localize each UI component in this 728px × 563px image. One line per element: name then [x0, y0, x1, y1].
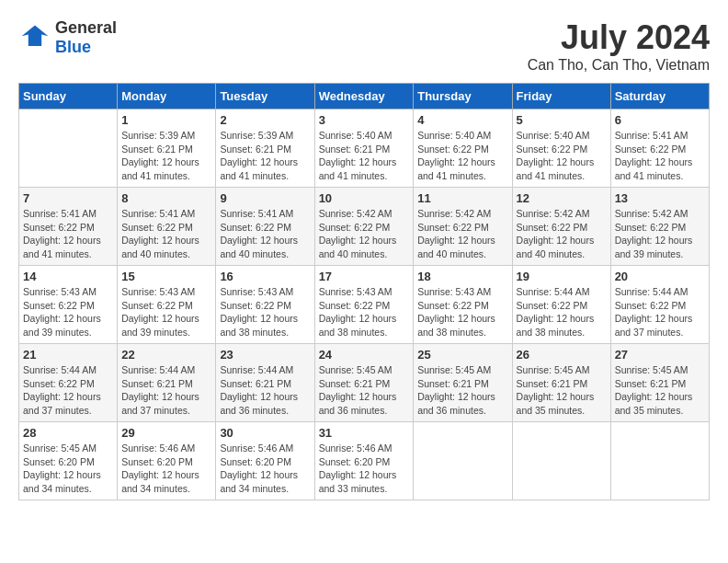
day-info: Sunrise: 5:45 AM Sunset: 6:21 PM Dayligh… — [319, 363, 410, 418]
day-number: 14 — [23, 270, 113, 283]
title-block: July 2024 Can Tho, Can Tho, Vietnam — [528, 18, 710, 74]
day-number: 20 — [615, 270, 705, 283]
calendar-cell: 14Sunrise: 5:43 AM Sunset: 6:22 PM Dayli… — [19, 266, 118, 344]
day-info: Sunrise: 5:42 AM Sunset: 6:22 PM Dayligh… — [417, 207, 507, 261]
day-number: 7 — [23, 191, 113, 205]
calendar-week-row: 7Sunrise: 5:41 AM Sunset: 6:22 PM Daylig… — [19, 188, 710, 266]
day-info: Sunrise: 5:43 AM Sunset: 6:22 PM Dayligh… — [417, 285, 507, 339]
day-info: Sunrise: 5:45 AM Sunset: 6:20 PM Dayligh… — [23, 442, 113, 496]
svg-marker-0 — [22, 26, 49, 47]
day-header-wednesday: Wednesday — [314, 84, 414, 109]
day-header-saturday: Saturday — [610, 84, 709, 109]
calendar-cell: 18Sunrise: 5:43 AM Sunset: 6:22 PM Dayli… — [414, 266, 512, 344]
calendar-cell: 21Sunrise: 5:44 AM Sunset: 6:22 PM Dayli… — [19, 344, 118, 422]
calendar-cell: 8Sunrise: 5:41 AM Sunset: 6:22 PM Daylig… — [118, 188, 216, 266]
page-header: General Blue July 2024 Can Tho, Can Tho,… — [18, 18, 710, 74]
day-number: 1 — [121, 113, 211, 127]
logo: General Blue — [18, 18, 117, 57]
day-number: 6 — [615, 113, 705, 127]
calendar-week-row: 1Sunrise: 5:39 AM Sunset: 6:21 PM Daylig… — [19, 109, 710, 188]
day-header-thursday: Thursday — [414, 84, 512, 109]
day-header-friday: Friday — [512, 84, 610, 109]
day-info: Sunrise: 5:41 AM Sunset: 6:22 PM Dayligh… — [23, 207, 113, 261]
month-year-title: July 2024 — [528, 18, 710, 57]
day-number: 8 — [121, 191, 211, 205]
calendar-cell: 29Sunrise: 5:46 AM Sunset: 6:20 PM Dayli… — [118, 422, 216, 500]
calendar-cell — [610, 422, 709, 500]
calendar-cell: 19Sunrise: 5:44 AM Sunset: 6:22 PM Dayli… — [512, 266, 610, 344]
day-info: Sunrise: 5:43 AM Sunset: 6:22 PM Dayligh… — [23, 285, 113, 339]
day-number: 28 — [23, 426, 113, 440]
calendar-cell: 30Sunrise: 5:46 AM Sunset: 6:20 PM Dayli… — [216, 422, 314, 500]
calendar-header-row: SundayMondayTuesdayWednesdayThursdayFrid… — [19, 84, 710, 109]
calendar-cell: 6Sunrise: 5:41 AM Sunset: 6:22 PM Daylig… — [610, 109, 709, 188]
day-info: Sunrise: 5:42 AM Sunset: 6:22 PM Dayligh… — [517, 207, 607, 261]
calendar-cell — [414, 422, 512, 500]
day-number: 24 — [319, 348, 410, 362]
day-info: Sunrise: 5:45 AM Sunset: 6:21 PM Dayligh… — [615, 363, 705, 418]
calendar-cell: 2Sunrise: 5:39 AM Sunset: 6:21 PM Daylig… — [216, 109, 314, 188]
day-info: Sunrise: 5:44 AM Sunset: 6:21 PM Dayligh… — [121, 363, 211, 418]
day-number: 17 — [319, 270, 410, 283]
day-info: Sunrise: 5:39 AM Sunset: 6:21 PM Dayligh… — [220, 129, 310, 183]
day-number: 10 — [319, 191, 410, 205]
logo-general-text: General — [55, 18, 117, 37]
day-info: Sunrise: 5:43 AM Sunset: 6:22 PM Dayligh… — [121, 285, 211, 339]
day-info: Sunrise: 5:43 AM Sunset: 6:22 PM Dayligh… — [319, 285, 410, 339]
calendar-cell: 4Sunrise: 5:40 AM Sunset: 6:22 PM Daylig… — [414, 109, 512, 188]
day-number: 29 — [121, 426, 211, 440]
day-number: 5 — [517, 113, 607, 127]
calendar-cell: 15Sunrise: 5:43 AM Sunset: 6:22 PM Dayli… — [118, 266, 216, 344]
calendar-cell — [512, 422, 610, 500]
calendar-week-row: 28Sunrise: 5:45 AM Sunset: 6:20 PM Dayli… — [19, 422, 710, 500]
day-number: 26 — [517, 348, 607, 362]
calendar-cell: 1Sunrise: 5:39 AM Sunset: 6:21 PM Daylig… — [118, 109, 216, 188]
day-number: 21 — [23, 348, 113, 362]
calendar-cell: 7Sunrise: 5:41 AM Sunset: 6:22 PM Daylig… — [19, 188, 118, 266]
day-info: Sunrise: 5:44 AM Sunset: 6:22 PM Dayligh… — [517, 285, 607, 339]
calendar-cell: 24Sunrise: 5:45 AM Sunset: 6:21 PM Dayli… — [314, 344, 414, 422]
calendar-week-row: 21Sunrise: 5:44 AM Sunset: 6:22 PM Dayli… — [19, 344, 710, 422]
calendar-cell: 22Sunrise: 5:44 AM Sunset: 6:21 PM Dayli… — [118, 344, 216, 422]
calendar-cell: 5Sunrise: 5:40 AM Sunset: 6:22 PM Daylig… — [512, 109, 610, 188]
day-header-monday: Monday — [118, 84, 216, 109]
day-number: 16 — [220, 270, 310, 283]
calendar-cell: 25Sunrise: 5:45 AM Sunset: 6:21 PM Dayli… — [414, 344, 512, 422]
day-info: Sunrise: 5:46 AM Sunset: 6:20 PM Dayligh… — [121, 442, 211, 496]
day-info: Sunrise: 5:40 AM Sunset: 6:21 PM Dayligh… — [319, 129, 410, 183]
day-info: Sunrise: 5:45 AM Sunset: 6:21 PM Dayligh… — [517, 363, 607, 418]
calendar-cell — [19, 109, 118, 188]
location-subtitle: Can Tho, Can Tho, Vietnam — [528, 57, 710, 74]
calendar-cell: 3Sunrise: 5:40 AM Sunset: 6:21 PM Daylig… — [314, 109, 414, 188]
calendar-cell: 27Sunrise: 5:45 AM Sunset: 6:21 PM Dayli… — [610, 344, 709, 422]
day-info: Sunrise: 5:40 AM Sunset: 6:22 PM Dayligh… — [417, 129, 507, 183]
calendar-cell: 12Sunrise: 5:42 AM Sunset: 6:22 PM Dayli… — [512, 188, 610, 266]
day-info: Sunrise: 5:43 AM Sunset: 6:22 PM Dayligh… — [220, 285, 310, 339]
day-number: 30 — [220, 426, 310, 440]
day-info: Sunrise: 5:46 AM Sunset: 6:20 PM Dayligh… — [220, 442, 310, 496]
calendar-cell: 13Sunrise: 5:42 AM Sunset: 6:22 PM Dayli… — [610, 188, 709, 266]
calendar-cell: 17Sunrise: 5:43 AM Sunset: 6:22 PM Dayli… — [314, 266, 414, 344]
calendar-cell: 20Sunrise: 5:44 AM Sunset: 6:22 PM Dayli… — [610, 266, 709, 344]
day-number: 4 — [417, 113, 507, 127]
logo-icon — [18, 21, 51, 54]
calendar-cell: 23Sunrise: 5:44 AM Sunset: 6:21 PM Dayli… — [216, 344, 314, 422]
day-number: 19 — [517, 270, 607, 283]
day-number: 3 — [319, 113, 410, 127]
day-number: 15 — [121, 270, 211, 283]
calendar-cell: 26Sunrise: 5:45 AM Sunset: 6:21 PM Dayli… — [512, 344, 610, 422]
day-info: Sunrise: 5:44 AM Sunset: 6:22 PM Dayligh… — [23, 363, 113, 418]
day-info: Sunrise: 5:45 AM Sunset: 6:21 PM Dayligh… — [417, 363, 507, 418]
day-number: 25 — [417, 348, 507, 362]
day-info: Sunrise: 5:40 AM Sunset: 6:22 PM Dayligh… — [517, 129, 607, 183]
day-info: Sunrise: 5:42 AM Sunset: 6:22 PM Dayligh… — [615, 207, 705, 261]
day-info: Sunrise: 5:41 AM Sunset: 6:22 PM Dayligh… — [121, 207, 211, 261]
logo-wordmark: General Blue — [55, 18, 117, 57]
calendar-cell: 28Sunrise: 5:45 AM Sunset: 6:20 PM Dayli… — [19, 422, 118, 500]
day-info: Sunrise: 5:44 AM Sunset: 6:22 PM Dayligh… — [615, 285, 705, 339]
calendar-week-row: 14Sunrise: 5:43 AM Sunset: 6:22 PM Dayli… — [19, 266, 710, 344]
day-header-tuesday: Tuesday — [216, 84, 314, 109]
day-number: 2 — [220, 113, 310, 127]
day-info: Sunrise: 5:41 AM Sunset: 6:22 PM Dayligh… — [615, 129, 705, 183]
day-number: 22 — [121, 348, 211, 362]
